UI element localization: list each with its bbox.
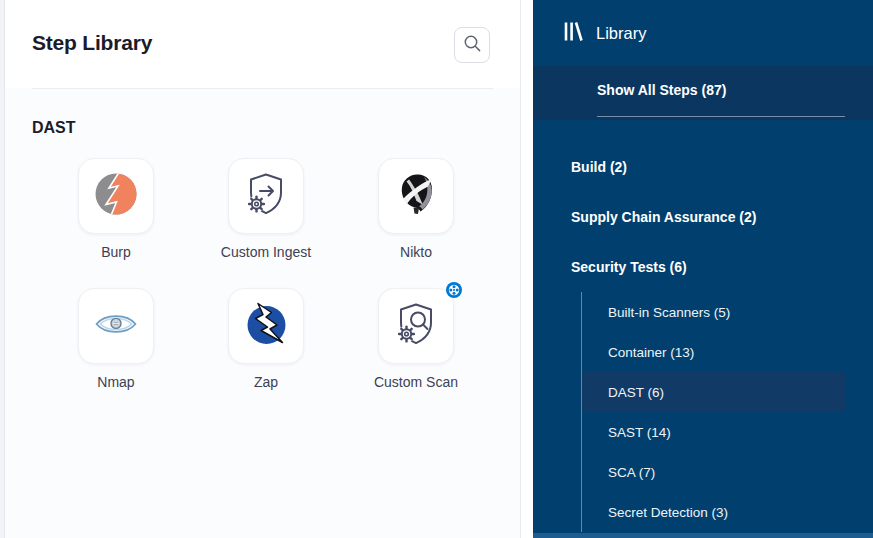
subcategory-secret-detection[interactable]: Secret Detection (3) — [582, 492, 845, 532]
subcategory-sast[interactable]: SAST (14) — [582, 412, 845, 452]
subcategory-dast[interactable]: DAST (6) — [582, 372, 845, 412]
category-security-tests[interactable]: Security Tests (6) — [533, 242, 873, 292]
subcategory-built-in-scanners[interactable]: Built-in Scanners (5) — [582, 292, 845, 332]
burp-icon — [92, 170, 140, 222]
show-all-steps-label: Show All Steps (87) — [597, 82, 726, 98]
step-card-custom-ingest: Custom Ingest — [191, 158, 341, 260]
search-icon — [462, 33, 482, 57]
step-library-panel: Step Library DAST — [5, 0, 520, 538]
library-header: Library — [533, 0, 873, 66]
step-label: Nmap — [97, 374, 134, 390]
nmap-icon — [92, 300, 140, 352]
subcategory-sca[interactable]: SCA (7) — [582, 452, 845, 492]
page-title: Step Library — [32, 31, 152, 55]
category-list: Build (2) Supply Chain Assurance (2) Sec… — [533, 120, 873, 532]
step-label: Custom Scan — [374, 374, 458, 390]
subcategory-label: SCA (7) — [608, 465, 655, 480]
header-divider — [32, 88, 493, 89]
step-tile-burp[interactable] — [78, 158, 154, 234]
step-cards-grid: Burp — [41, 158, 491, 390]
horizontal-scrollbar[interactable] — [533, 533, 873, 538]
zap-icon — [242, 300, 290, 352]
nikto-icon — [392, 170, 440, 222]
category-supply-chain-assurance[interactable]: Supply Chain Assurance (2) — [533, 192, 873, 242]
category-label: Build (2) — [571, 159, 627, 175]
step-card-custom-scan: Custom Scan — [341, 288, 491, 390]
panel-gutter — [520, 0, 534, 538]
subcategory-label: DAST (6) — [608, 385, 664, 400]
category-label: Security Tests (6) — [571, 259, 687, 275]
step-card-nmap: Nmap — [41, 288, 191, 390]
security-tests-children: Built-in Scanners (5) Container (13) DAS… — [581, 292, 873, 532]
step-tile-zap[interactable] — [228, 288, 304, 364]
step-label: Custom Ingest — [221, 244, 311, 260]
step-label: Nikto — [400, 244, 432, 260]
section-label-dast: DAST — [32, 119, 76, 137]
custom-ingest-icon — [242, 170, 290, 222]
category-label: Supply Chain Assurance (2) — [571, 209, 756, 225]
step-tile-custom-scan[interactable] — [378, 288, 454, 364]
subcategory-label: SAST (14) — [608, 425, 671, 440]
library-icon — [563, 22, 583, 45]
step-card-burp: Burp — [41, 158, 191, 260]
subcategory-label: Secret Detection (3) — [608, 505, 728, 520]
subcategory-container[interactable]: Container (13) — [582, 332, 845, 372]
step-card-nikto: Nikto — [341, 158, 491, 260]
subcategory-label: Container (13) — [608, 345, 694, 360]
step-tile-nmap[interactable] — [78, 288, 154, 364]
library-title: Library — [596, 24, 646, 43]
subcategory-label: Built-in Scanners (5) — [608, 305, 730, 320]
step-tile-custom-ingest[interactable] — [228, 158, 304, 234]
step-library-header: Step Library — [5, 0, 520, 88]
step-label: Burp — [101, 244, 131, 260]
step-label: Zap — [254, 374, 278, 390]
show-all-steps[interactable]: Show All Steps (87) — [533, 66, 873, 120]
plugin-badge-icon — [446, 282, 462, 298]
show-all-underline — [597, 116, 845, 117]
step-card-zap: Zap — [191, 288, 341, 390]
custom-scan-icon — [392, 300, 440, 352]
search-button[interactable] — [454, 27, 490, 63]
step-library-app: Step Library DAST — [0, 0, 873, 538]
step-tile-nikto[interactable] — [378, 158, 454, 234]
library-sidebar: Library Show All Steps (87) Build (2) Su… — [533, 0, 873, 538]
category-build[interactable]: Build (2) — [533, 142, 873, 192]
